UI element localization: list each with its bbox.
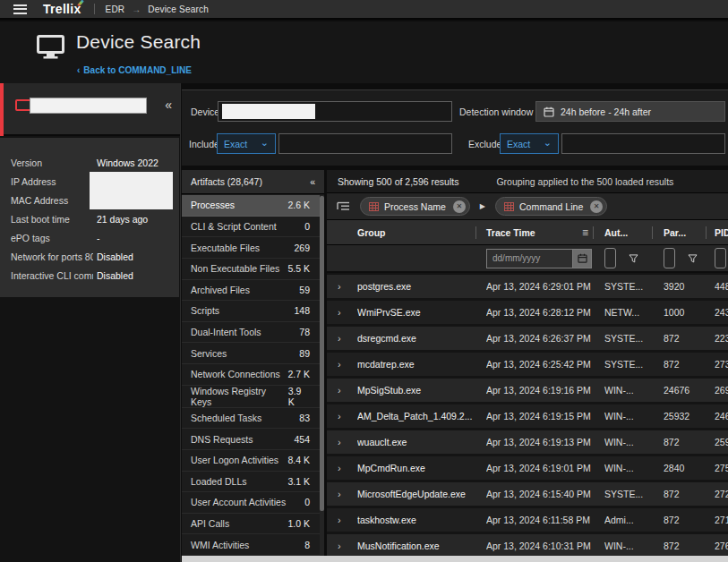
artifact-count: 2.6 K [287, 200, 315, 210]
table-row[interactable]: › MpCmdRun.exe Apr 13, 2024 6:19:01 PM W… [327, 456, 728, 480]
group-chip-command-line[interactable]: Command Line ✕ [495, 197, 607, 216]
exclude-input[interactable] [561, 133, 725, 154]
chip-label: Command Line [519, 201, 583, 212]
table-row[interactable]: › WmiPrvSE.exe Apr 13, 2024 6:28:12 PM N… [327, 301, 728, 324]
row-expand-icon[interactable]: › [338, 281, 357, 292]
menu-icon[interactable] [13, 4, 27, 14]
table-row[interactable]: › mcdatrep.exe Apr 13, 2024 6:25:42 PM S… [327, 353, 728, 376]
artifacts-header: Artifacts (28,647) « [182, 170, 324, 194]
row-expand-icon[interactable]: › [338, 489, 357, 499]
group-settings-icon[interactable] [337, 201, 350, 212]
row-group: WmiPrvSE.exe [357, 307, 486, 318]
calendar-button[interactable] [573, 249, 592, 268]
row-expand-icon[interactable]: › [338, 437, 357, 447]
artifact-item[interactable]: DNS Requests 454 [182, 429, 324, 450]
column-menu-icon[interactable]: ≡ [582, 226, 588, 239]
back-chevron-icon: ‹ [77, 65, 80, 75]
row-trace-time: Apr 13, 2024 6:19:15 PM [486, 411, 604, 422]
artifacts-scrollbar[interactable] [320, 195, 324, 556]
table-row[interactable]: › MusNotification.exe Apr 13, 2024 6:10:… [327, 534, 728, 556]
column-divider [593, 226, 594, 239]
artifact-count: 83 [299, 413, 315, 423]
artifacts-panel: Artifacts (28,647) « Processes 2.6 K CLI… [182, 170, 324, 556]
column-pid[interactable]: PID [715, 227, 728, 238]
artifact-item[interactable]: Executable Files 269 [182, 237, 324, 259]
sidebar-collapse-icon[interactable]: « [165, 98, 172, 112]
column-divider [475, 226, 476, 239]
filter-icon[interactable] [629, 254, 638, 263]
table-row[interactable]: › MicrosoftEdgeUpdate.exe Apr 13, 2024 6… [327, 482, 728, 506]
back-link[interactable]: ‹Back to COMMAND_LINE [77, 65, 192, 75]
artifacts-collapse-icon[interactable]: « [310, 176, 315, 187]
chevron-down-icon: ⌄ [261, 137, 269, 149]
artifact-item[interactable]: Network Connections 2.7 K [182, 364, 324, 386]
artifact-label: Scripts [191, 305, 219, 316]
exclude-label: Exclude [468, 139, 501, 149]
artifact-item[interactable]: Processes 2.6 K [182, 195, 324, 217]
row-pid: 259 [715, 437, 728, 447]
chip-remove-icon[interactable]: ✕ [453, 200, 466, 213]
include-input[interactable] [278, 133, 452, 154]
row-par: 24676 [664, 385, 715, 396]
artifacts-list: Processes 2.6 K CLI & Script Content 0 E… [182, 195, 324, 556]
breadcrumb-page: Device Search [148, 4, 209, 14]
artifact-item[interactable]: WMI Activities 8 [182, 534, 324, 556]
column-trace-time[interactable]: Trace Time [486, 227, 535, 238]
scrollbar-thumb[interactable] [320, 196, 324, 511]
table-row[interactable]: › AM_Delta_Patch_1.409.2... Apr 13, 2024… [327, 404, 728, 428]
monitor-icon [37, 35, 64, 63]
filter-icon[interactable] [688, 254, 698, 263]
breadcrumb-arrow-icon: → [132, 4, 141, 14]
aut-filter-input[interactable] [604, 248, 616, 268]
par-filter-input[interactable] [664, 248, 675, 268]
artifact-item[interactable]: Scheduled Tasks 83 [182, 408, 324, 430]
artifact-item[interactable]: User Logon Activities 8.4 K [182, 450, 324, 472]
artifact-item[interactable]: Non Executable Files 5.5 K [182, 259, 324, 280]
artifact-item[interactable]: Windows Registry Keys 3.9 K [182, 386, 324, 408]
column-aut[interactable]: Aut... [604, 227, 664, 238]
table-row[interactable]: › dsregcmd.exe Apr 13, 2024 6:26:37 PM S… [327, 327, 728, 350]
table-row[interactable]: › taskhostw.exe Apr 13, 2024 6:11:58 PM … [327, 508, 728, 532]
row-expand-icon[interactable]: › [338, 333, 357, 344]
artifact-item[interactable]: Archived Files 59 [182, 280, 324, 302]
artifact-item[interactable]: Dual-Intent Tools 78 [182, 322, 324, 344]
table-row[interactable]: › MpSigStub.exe Apr 13, 2024 6:19:16 PM … [327, 379, 728, 402]
detection-window-button[interactable]: 24h before - 24h after [535, 101, 725, 122]
group-chip-process-name[interactable]: Process Name ✕ [360, 197, 470, 216]
pid-filter-input[interactable] [715, 248, 726, 268]
row-expand-icon[interactable]: › [338, 515, 357, 525]
table-row[interactable]: › wuauclt.exe Apr 13, 2024 6:19:13 PM WI… [327, 430, 728, 454]
column-par[interactable]: Par... [664, 227, 715, 238]
artifact-item[interactable]: Services 89 [182, 343, 324, 364]
row-par: 3920 [664, 281, 715, 292]
row-par: 872 [664, 437, 715, 447]
row-expand-icon[interactable]: › [338, 385, 357, 396]
row-expand-icon[interactable]: › [338, 359, 357, 370]
artifact-item[interactable]: Scripts 148 [182, 301, 324, 322]
horizontal-scrollbar[interactable] [182, 556, 728, 562]
column-group[interactable]: Group [357, 227, 486, 238]
breadcrumb-app[interactable]: EDR [106, 4, 125, 14]
table-row[interactable]: › postgres.exe Apr 13, 2024 6:29:01 PM S… [327, 275, 728, 298]
artifact-item[interactable]: Loaded DLLs 3.1 K [182, 472, 324, 493]
artifact-label: User Logon Activities [191, 455, 278, 465]
trace-time-filter-input[interactable] [486, 249, 573, 268]
row-group: MicrosoftEdgeUpdate.exe [357, 489, 486, 499]
artifact-item[interactable]: API Calls 1.0 K [182, 514, 324, 535]
artifact-label: Executable Files [191, 243, 260, 253]
row-trace-time: Apr 13, 2024 6:28:12 PM [486, 307, 604, 318]
include-mode-value: Exact [224, 139, 247, 149]
row-expand-icon[interactable]: › [338, 411, 357, 422]
row-expand-icon[interactable]: › [338, 541, 357, 551]
row-expand-icon[interactable]: › [338, 307, 357, 318]
row-group: MusNotification.exe [357, 541, 486, 551]
row-expand-icon[interactable]: › [338, 463, 357, 473]
exclude-mode-select[interactable]: Exact ⌄ [500, 133, 559, 154]
include-mode-select[interactable]: Exact ⌄ [217, 133, 276, 154]
artifact-item[interactable]: User Account Activities 0 [182, 492, 324, 514]
chip-remove-icon[interactable]: ✕ [590, 200, 603, 213]
artifact-count: 3.1 K [287, 476, 315, 487]
artifact-item[interactable]: CLI & Script Content 0 [182, 217, 324, 238]
row-pid: 243 [715, 307, 728, 318]
artifact-label: Processes [191, 200, 235, 210]
